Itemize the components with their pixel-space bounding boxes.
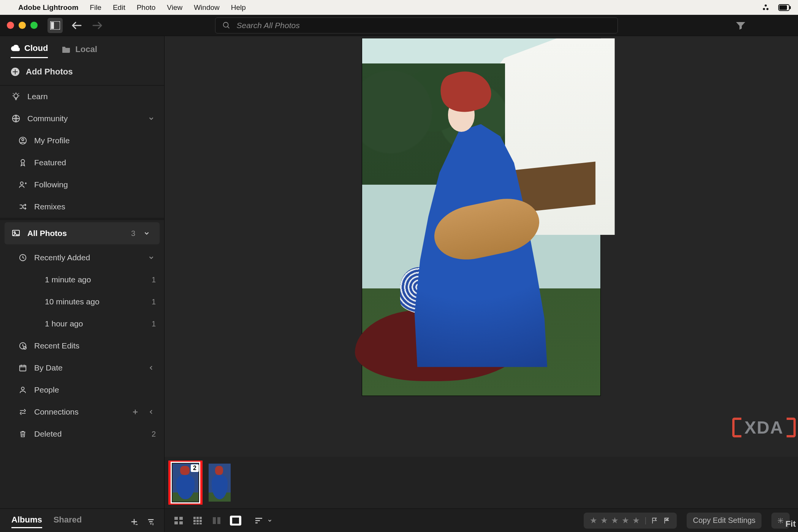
menu-help[interactable]: Help bbox=[231, 3, 246, 12]
menu-edit[interactable]: Edit bbox=[113, 3, 125, 12]
star-icon[interactable]: ★ bbox=[590, 516, 597, 526]
ribbon-icon bbox=[18, 158, 27, 167]
star-icon[interactable]: ★ bbox=[632, 516, 640, 526]
flag-reject-icon[interactable] bbox=[663, 517, 671, 524]
chevron-down-icon bbox=[147, 114, 156, 123]
menulet-icon[interactable] bbox=[762, 3, 770, 12]
sidebar-tab-cloud[interactable]: Cloud bbox=[11, 43, 48, 58]
svg-point-18 bbox=[21, 182, 23, 185]
sidebar-item-deleted[interactable]: Deleted 2 bbox=[0, 423, 164, 445]
sidebar: Cloud Local Add Photos Learn bbox=[0, 36, 165, 532]
svg-rect-30 bbox=[193, 517, 196, 519]
sidebar-item-featured[interactable]: Featured bbox=[0, 152, 164, 174]
add-album-button[interactable] bbox=[130, 518, 138, 526]
sidebar-item-all-photos[interactable]: All Photos 3 bbox=[5, 222, 160, 244]
panel-toggle-button[interactable] bbox=[48, 18, 63, 33]
sidebar-item-label: Connections bbox=[34, 407, 79, 416]
sidebar-item-label: All Photos bbox=[27, 229, 67, 238]
sidebar-item-following[interactable]: Following bbox=[0, 174, 164, 196]
sidebar-item-recent-edits[interactable]: Recent Edits bbox=[0, 335, 164, 357]
star-icon[interactable]: ★ bbox=[600, 516, 608, 526]
svg-line-9 bbox=[227, 26, 229, 28]
sidebar-item-label: Recently Added bbox=[34, 253, 90, 262]
sort-button[interactable] bbox=[254, 517, 272, 524]
star-icon[interactable]: ★ bbox=[611, 516, 619, 526]
svg-point-0 bbox=[765, 4, 767, 6]
zoom-fit-label[interactable]: Fit bbox=[785, 519, 796, 529]
folder-icon bbox=[62, 45, 71, 54]
menu-view[interactable]: View bbox=[167, 3, 182, 12]
add-photos-label: Add Photos bbox=[26, 67, 73, 77]
window-close-button[interactable] bbox=[7, 22, 14, 29]
sidebar-item-recent-0[interactable]: 1 minute ago 1 bbox=[0, 269, 164, 291]
filmstrip[interactable]: 2 bbox=[165, 457, 798, 508]
nav-forward-button[interactable] bbox=[92, 21, 103, 30]
sidebar-item-my-profile[interactable]: My Profile bbox=[0, 130, 164, 152]
svg-rect-31 bbox=[196, 517, 199, 519]
svg-point-42 bbox=[780, 520, 781, 521]
sidebar-item-recent-1[interactable]: 10 minutes ago 1 bbox=[0, 291, 164, 313]
svg-rect-29 bbox=[179, 521, 183, 524]
svg-rect-4 bbox=[779, 5, 787, 10]
sidebar-bottom-tab-shared[interactable]: Shared bbox=[54, 515, 82, 528]
sidebar-tab-cloud-label: Cloud bbox=[24, 43, 48, 53]
svg-rect-28 bbox=[174, 521, 178, 524]
copy-edit-settings-button[interactable]: Copy Edit Settings bbox=[687, 513, 762, 529]
menu-window[interactable]: Window bbox=[194, 3, 220, 12]
globe-icon bbox=[11, 114, 21, 123]
sidebar-item-people[interactable]: People bbox=[0, 379, 164, 401]
sidebar-item-recent-2[interactable]: 1 hour ago 1 bbox=[0, 313, 164, 335]
plus-icon[interactable] bbox=[131, 407, 140, 416]
svg-rect-5 bbox=[790, 6, 791, 9]
image-viewport[interactable]: XDA bbox=[165, 36, 798, 457]
star-rating[interactable]: ★ ★ ★ ★ ★ bbox=[590, 516, 640, 526]
bottom-toolbar: ★ ★ ★ ★ ★ | Copy Edit Settings F bbox=[165, 508, 798, 532]
sidebar-tab-local[interactable]: Local bbox=[62, 44, 97, 58]
sidebar-item-label: Deleted bbox=[34, 429, 62, 439]
svg-point-1 bbox=[763, 8, 765, 10]
sidebar-item-label: Remixes bbox=[34, 202, 65, 211]
filter-button[interactable] bbox=[736, 21, 746, 30]
flag-pick-icon[interactable] bbox=[651, 517, 659, 524]
sidebar-item-remixes[interactable]: Remixes bbox=[0, 196, 164, 218]
sidebar-item-recently-added[interactable]: Recently Added bbox=[0, 247, 164, 269]
battery-icon[interactable] bbox=[778, 4, 791, 11]
view-detail-button[interactable] bbox=[230, 516, 241, 526]
sidebar-item-learn[interactable]: Learn bbox=[0, 86, 164, 108]
add-circle-icon bbox=[11, 67, 20, 76]
trash-icon bbox=[18, 429, 27, 439]
sidebar-item-community[interactable]: Community bbox=[0, 108, 164, 130]
sidebar-bottom-tab-albums[interactable]: Albums bbox=[11, 515, 42, 528]
sidebar-tab-local-label: Local bbox=[75, 44, 97, 54]
window-zoom-button[interactable] bbox=[30, 22, 38, 29]
menu-file[interactable]: File bbox=[90, 3, 101, 12]
view-compare-button[interactable] bbox=[211, 516, 222, 526]
watermark-text: XDA bbox=[744, 417, 784, 438]
sidebar-item-connections[interactable]: Connections bbox=[0, 401, 164, 423]
sidebar-item-label: Community bbox=[27, 114, 68, 123]
rating-flag-chip[interactable]: ★ ★ ★ ★ ★ | bbox=[584, 513, 677, 529]
sidebar-item-by-date[interactable]: By Date bbox=[0, 357, 164, 379]
sidebar-item-label: Following bbox=[34, 180, 68, 189]
clock-icon bbox=[18, 253, 27, 262]
filmstrip-thumb-1[interactable]: 2 bbox=[168, 461, 203, 505]
add-photos-button[interactable]: Add Photos bbox=[0, 58, 164, 86]
menu-photo[interactable]: Photo bbox=[137, 3, 156, 12]
view-grid-small-button[interactable] bbox=[192, 516, 203, 526]
sidebar-item-label: Learn bbox=[27, 92, 48, 101]
svg-point-13 bbox=[14, 94, 18, 98]
svg-rect-37 bbox=[196, 523, 199, 524]
menu-app-name[interactable]: Adobe Lightroom bbox=[18, 3, 78, 12]
app-toolbar: Search All Photos bbox=[0, 15, 798, 36]
svg-point-2 bbox=[766, 8, 769, 10]
window-minimize-button[interactable] bbox=[19, 22, 26, 29]
sidebar-item-label: Recent Edits bbox=[34, 341, 79, 350]
star-icon[interactable]: ★ bbox=[622, 516, 629, 526]
chevron-left-icon bbox=[147, 363, 156, 372]
filmstrip-thumb-2[interactable] bbox=[206, 461, 233, 505]
nav-back-button[interactable] bbox=[71, 21, 82, 30]
filter-albums-button[interactable] bbox=[147, 518, 155, 526]
view-grid-large-button[interactable] bbox=[173, 516, 184, 526]
svg-point-16 bbox=[22, 139, 24, 141]
search-input[interactable]: Search All Photos bbox=[215, 17, 618, 33]
